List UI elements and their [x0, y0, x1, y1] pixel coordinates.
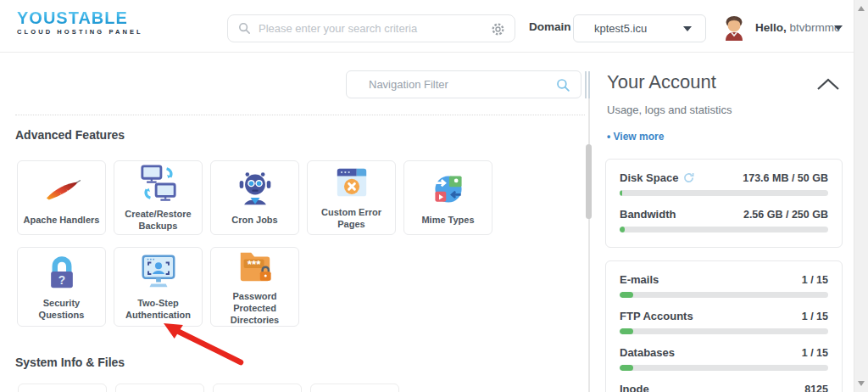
usage-row-disk-space: Disk Space 173.6 MB / 50 GB	[620, 172, 828, 196]
section-title-advanced-features: Advanced Features	[15, 128, 125, 142]
chevron-down-icon	[683, 26, 692, 31]
feature-card-two-step-authentication[interactable]: Two-Step Authentication	[114, 247, 203, 327]
user-greeting[interactable]: Hello, btvbrmmc	[755, 21, 840, 34]
usage-value: 173.6 MB / 50 GB	[743, 172, 828, 184]
global-search	[227, 14, 515, 42]
greeting-text: Hello,	[755, 21, 787, 34]
search-icon	[238, 22, 251, 35]
feature-card-stub[interactable]	[213, 384, 302, 392]
feature-card-label: Create/Restore Backups	[118, 208, 198, 232]
quotas-card: E-mails 1 / 15 FTP Accounts 1 / 15 Datab…	[605, 260, 843, 392]
quota-value: 1 / 15	[802, 347, 828, 359]
view-more-link[interactable]: • View more	[607, 131, 664, 143]
content-scrollbar-thumb[interactable]	[586, 144, 592, 219]
quota-value: 1 / 15	[802, 311, 828, 322]
sidebar-subtitle: Usage, logs and statistics	[607, 104, 732, 116]
hosting-panel-page: YOUSTABLE CLOUD HOSTING PANEL Domain kpt…	[0, 0, 868, 392]
quota-value: 8125	[804, 384, 828, 392]
folder-lock-icon: ***	[236, 248, 275, 285]
quota-label: FTP Accounts	[620, 310, 693, 322]
svg-text:***: ***	[247, 257, 260, 270]
feature-card-label: Apache Handlers	[24, 214, 100, 226]
scroll-indicator-bar	[588, 71, 590, 98]
usage-label: Disk Space	[620, 171, 694, 184]
gear-icon[interactable]	[491, 22, 505, 40]
progress-fill	[620, 292, 633, 298]
quota-row-databases: Databases 1 / 15	[620, 347, 828, 371]
collapse-chevron-up-icon[interactable]	[816, 78, 840, 94]
feature-card-label: Mime Types	[421, 214, 474, 226]
apache-feather-icon	[42, 170, 81, 209]
feature-card-label: Password Protected Directories	[214, 290, 295, 327]
section-title-system-info-files: System Info & Files	[15, 356, 125, 369]
monitor-scan-icon	[139, 253, 178, 292]
feature-card-stub[interactable]	[115, 384, 204, 392]
domain-label: Domain	[529, 20, 571, 33]
feature-card-label: Security Questions	[21, 297, 102, 322]
section-divider	[15, 115, 585, 115]
feature-card-cron-jobs[interactable]: Cron Jobs	[210, 160, 299, 235]
quota-label: Inode	[620, 383, 649, 392]
navigation-filter-input[interactable]	[369, 78, 552, 91]
navigation-filter	[346, 70, 581, 98]
feature-card-password-protected-directories[interactable]: *** Password Protected Directories	[210, 247, 299, 327]
progress-bar	[620, 365, 828, 371]
quota-row-emails: E-mails 1 / 15	[620, 274, 828, 298]
usage-card: Disk Space 173.6 MB / 50 GB Bandwidth 2.…	[605, 159, 843, 248]
feature-card-apache-handlers[interactable]: Apache Handlers	[17, 160, 106, 235]
scroll-indicator-bar	[585, 71, 587, 98]
feature-card-create-restore-backups[interactable]: Create/Restore Backups	[114, 160, 203, 235]
domain-value: kptest5.icu	[594, 22, 683, 35]
feature-card-label: Custom Error Pages	[311, 206, 392, 231]
domain-dropdown[interactable]: kptest5.icu	[573, 14, 706, 42]
browser-scrollbar[interactable]	[854, 0, 868, 392]
svg-text:?: ?	[58, 273, 64, 286]
scroll-up-arrow-icon[interactable]	[858, 6, 865, 11]
refresh-icon[interactable]	[683, 172, 694, 183]
progress-fill	[620, 227, 625, 232]
feature-card-stub[interactable]	[310, 384, 399, 392]
feature-card-label: Cron Jobs	[231, 214, 277, 226]
filter-search-icon[interactable]	[556, 78, 570, 96]
quota-label: Databases	[620, 346, 675, 359]
quota-row-ftp-accounts: FTP Accounts 1 / 15	[620, 311, 828, 334]
usage-label: Bandwidth	[620, 208, 676, 221]
content-scrollbar-track[interactable]	[588, 98, 590, 392]
feature-row-3-partial	[18, 384, 399, 392]
feature-card-label: Two-Step Authentication	[118, 297, 198, 322]
user-avatar[interactable]	[721, 14, 747, 41]
feature-card-mime-types[interactable]: Mime Types	[403, 160, 492, 235]
progress-bar	[620, 328, 828, 334]
quota-value: 1 / 15	[802, 274, 828, 286]
user-menu-chevron-icon[interactable]	[834, 25, 843, 31]
progress-fill	[620, 365, 633, 371]
feature-row-2: ? Security Questions Two-Step Authentica…	[17, 247, 299, 327]
sidebar-title: Your Account	[607, 71, 716, 93]
progress-fill	[620, 190, 622, 196]
mime-circle-icon	[430, 170, 467, 209]
logo-subtitle: CLOUD HOSTING PANEL	[17, 28, 143, 36]
feature-card-custom-error-pages[interactable]: Custom Error Pages	[307, 160, 396, 235]
logo-title: YOUSTABLE	[17, 8, 143, 27]
error-page-icon	[332, 165, 371, 201]
progress-bar	[620, 292, 828, 298]
progress-bar	[620, 227, 828, 232]
quota-label: E-mails	[620, 273, 659, 286]
feature-card-security-questions[interactable]: ? Security Questions	[17, 247, 106, 327]
top-header: YOUSTABLE CLOUD HOSTING PANEL Domain kpt…	[0, 0, 854, 53]
scroll-down-arrow-icon[interactable]	[858, 381, 865, 386]
feature-card-stub[interactable]	[18, 384, 107, 392]
usage-row-bandwidth: Bandwidth 2.56 GB / 250 GB	[620, 209, 828, 232]
search-input[interactable]	[259, 22, 486, 35]
username: btvbrmmc	[790, 21, 840, 34]
youstable-logo[interactable]: YOUSTABLE CLOUD HOSTING PANEL	[17, 8, 143, 36]
quota-row-inode: Inode 8125	[620, 384, 828, 392]
progress-bar	[620, 190, 828, 196]
robot-icon	[236, 170, 274, 209]
backup-monitors-icon	[139, 164, 178, 203]
progress-fill	[620, 328, 633, 334]
feature-row-1: Apache Handlers Create/Restore Backups	[17, 160, 492, 235]
usage-value: 2.56 GB / 250 GB	[743, 209, 828, 221]
lock-question-icon: ?	[43, 253, 81, 292]
